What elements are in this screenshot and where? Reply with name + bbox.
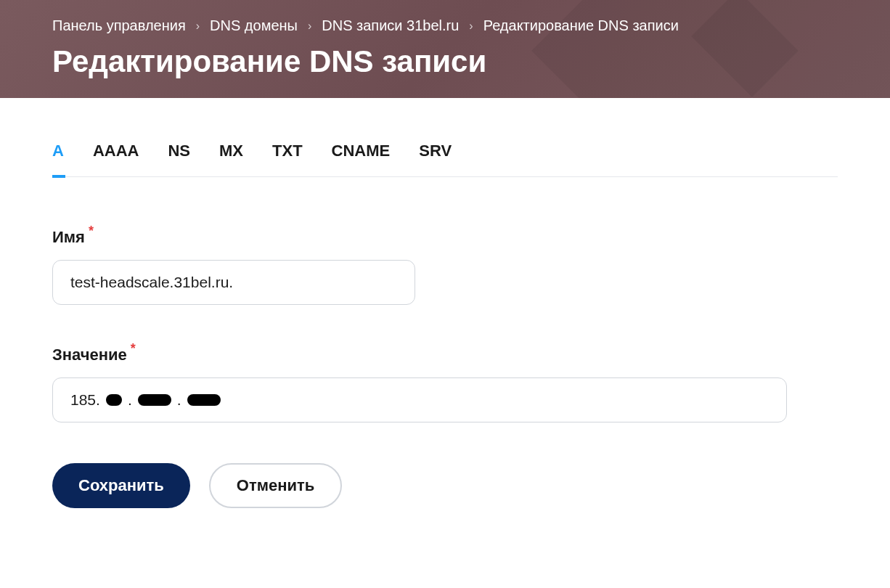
cancel-button[interactable]: Отменить (209, 463, 343, 508)
breadcrumb-item-dns-records[interactable]: DNS записи 31bel.ru (322, 17, 459, 34)
value-label-text: Значение (52, 346, 127, 364)
save-button[interactable]: Сохранить (52, 463, 190, 508)
breadcrumb-item-dns-domains[interactable]: DNS домены (210, 17, 298, 34)
tab-srv[interactable]: SRV (419, 142, 452, 160)
tab-aaaa[interactable]: AAAA (93, 142, 139, 160)
form-group-value: Значение * 185... (52, 346, 838, 422)
name-label: Имя * (52, 228, 85, 247)
required-asterisk: * (131, 341, 136, 356)
page-title: Редактирование DNS записи (52, 44, 838, 79)
value-label: Значение * (52, 346, 127, 364)
value-input[interactable]: 185... (52, 377, 787, 422)
record-type-tabs: A AAAA NS MX TXT CNAME SRV (52, 142, 838, 177)
breadcrumb-item-current: Редактирование DNS записи (483, 17, 679, 34)
tab-indicator (52, 175, 65, 178)
ip-dot: . (177, 391, 181, 409)
tab-a[interactable]: A (52, 142, 64, 160)
chevron-right-icon: › (308, 20, 311, 33)
tab-txt[interactable]: TXT (272, 142, 303, 160)
page-header: Панель управления › DNS домены › DNS зап… (0, 0, 890, 98)
tab-ns[interactable]: NS (168, 142, 190, 160)
tab-cname[interactable]: CNAME (332, 142, 391, 160)
dns-edit-form: Имя * Значение * 185... Сохранить Отмени… (52, 228, 838, 508)
chevron-right-icon: › (196, 20, 200, 33)
name-label-text: Имя (52, 228, 85, 246)
value-prefix: 185. (70, 391, 100, 409)
name-input[interactable] (52, 260, 415, 305)
breadcrumb: Панель управления › DNS домены › DNS зап… (52, 17, 838, 34)
redacted-block (138, 394, 171, 406)
content: A AAAA NS MX TXT CNAME SRV Имя * Значени… (0, 98, 890, 537)
tab-mx[interactable]: MX (219, 142, 243, 160)
form-actions: Сохранить Отменить (52, 463, 838, 508)
redacted-block (106, 394, 122, 406)
breadcrumb-item-panel[interactable]: Панель управления (52, 17, 186, 34)
ip-dot: . (128, 391, 132, 409)
form-group-name: Имя * (52, 228, 838, 305)
redacted-block (187, 394, 221, 406)
required-asterisk: * (89, 224, 94, 239)
chevron-right-icon: › (469, 20, 473, 33)
